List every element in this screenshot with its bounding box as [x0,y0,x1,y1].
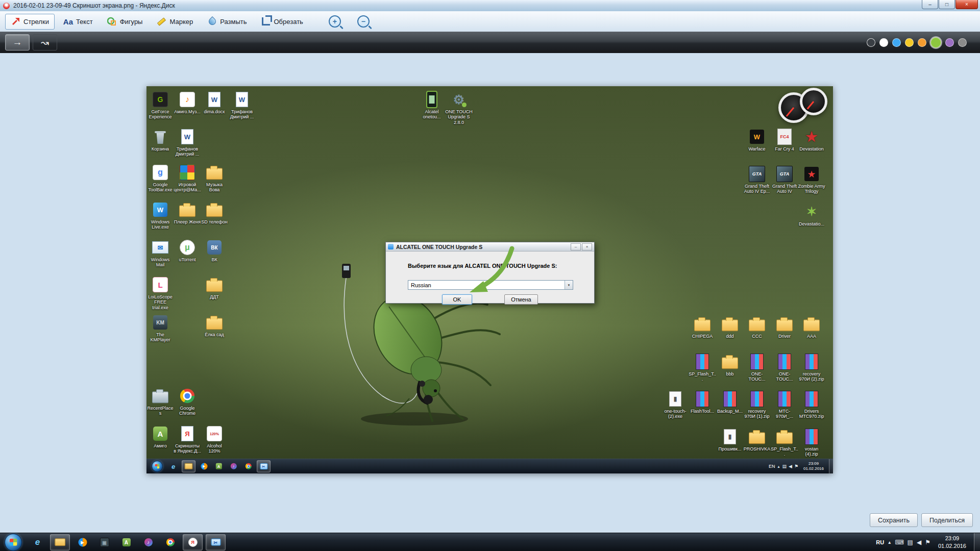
zoom-in-button[interactable]: + [323,12,347,31]
desktop-icon[interactable]: AAA [798,315,825,339]
desktop-icon[interactable]: ▮one-touch-(2).exe [662,390,689,419]
tool-shapes[interactable]: Фигуры [102,14,149,30]
desktop-icon[interactable]: ★Devastation [798,128,825,152]
desktop-icon[interactable]: PROSHIVKA [743,428,771,452]
desktop-icon[interactable]: Плеер Женя [174,201,201,224]
language-indicator[interactable]: RU [876,539,884,545]
color-dot-white[interactable] [879,38,888,47]
desktop-icon[interactable]: 120%Alcohol 120% [201,425,228,454]
desktop-icon[interactable]: SP_Flash_T... [771,428,798,457]
desktop-icon[interactable]: ♪Амиго.Муз... [174,91,201,114]
desktop-icon[interactable]: Driver [771,315,798,339]
desktop-icon[interactable]: Drivers MTC970.zip [798,390,825,419]
desktop-icon[interactable]: Игровой центр@Ма... [174,164,201,193]
tool-arrows[interactable]: Стрелки [5,14,55,30]
share-button[interactable]: Поделиться [921,513,973,527]
desktop-icon[interactable]: recovery 970И (2).zip [798,353,825,382]
desktop-icon[interactable]: ddd [716,315,744,339]
network-icon[interactable]: ⚑ [925,539,930,546]
language-select[interactable]: Russian ▼ [408,280,573,290]
clock[interactable]: 23:09 01.02.2016 [938,535,966,549]
ie-taskbar-button[interactable]: e [167,461,180,472]
clock[interactable]: 23:09 01.02.2016 [801,461,826,471]
show-desktop-button[interactable] [974,533,980,551]
itunes-taskbar-button[interactable]: ♪ [139,535,158,550]
desktop-icon[interactable]: FlashTool... [689,390,716,414]
desktop-icon[interactable]: CCC [743,315,771,339]
desktop-icon[interactable]: GTAGrand Theft Auto IV Ep... [743,165,771,194]
ok-button[interactable]: OK [442,294,472,305]
desktop-icon[interactable]: recovery 970И (1).zip [743,390,771,419]
volume-icon[interactable]: ◀ [789,464,792,469]
keyboard-icon[interactable]: ⌨ [895,539,903,546]
desktop-icon[interactable]: ONE-TOUC... [743,353,771,382]
desktop-icon[interactable]: WWindows Live.exe [146,201,174,230]
desktop-icon[interactable]: ✶Devastatio... [798,203,825,227]
network-icon[interactable]: ⚑ [794,464,798,469]
desktop-icon[interactable]: bbb [716,353,744,377]
color-dot-green[interactable] [930,37,941,48]
tool-marker[interactable]: Маркер [151,14,199,30]
desktop-icon[interactable]: SD телефон [201,201,228,224]
amigo-taskbar-button[interactable]: A [117,535,136,550]
desktop-icon[interactable]: CHIPEGA [689,315,716,339]
hidden-icons-button[interactable]: ▴ [777,464,779,469]
tool-crop[interactable]: Обрезать [256,14,309,30]
screenshot-canvas[interactable]: GGeForce Experience♪Амиго.Муз...Wdima.do… [146,86,833,473]
ie-taskbar-button[interactable]: e [28,535,47,550]
desktop-icon[interactable]: MTC-970И_... [771,390,798,419]
desktop-icon[interactable]: AАмиго [146,425,174,448]
hidden-icons-button[interactable]: ▴ [888,539,891,545]
desktop-icon[interactable]: WТрифанов Дмитрий ... [228,91,256,120]
start-button[interactable] [152,461,163,472]
display-icon[interactable]: ▤ [782,464,787,469]
desktop-icon[interactable]: ✉Windows Mail [146,239,174,268]
desktop-icon[interactable]: KMThe KMPlayer [146,314,174,343]
amigo-taskbar-button[interactable]: A [212,461,225,472]
minimize-button[interactable]: – [922,0,938,9]
color-dot-orange[interactable] [918,38,926,47]
desktop-icon[interactable]: Wdima.docx [201,91,228,114]
desktop-icon[interactable]: ВКВК [201,239,228,262]
desktop-icon[interactable]: µuTorrent [174,239,201,262]
desktop-icon[interactable]: GTAGrand Theft Auto IV [771,165,798,194]
desktop-icon[interactable]: ДДТ [201,276,228,299]
close-button[interactable]: × [955,0,978,9]
desktop-icon[interactable]: LLoiLoScope FREE trial.exe [146,276,174,310]
chrome-taskbar-button[interactable] [161,535,180,550]
language-indicator[interactable]: EN [769,464,775,469]
chevron-down-icon[interactable]: ▼ [565,281,573,289]
desktop-icon[interactable]: ★Zombie Army Trilogy [798,165,825,194]
desktop-icon[interactable]: RecentPlaces [146,387,174,416]
color-dot-gray[interactable] [958,38,967,47]
color-dot-none[interactable] [867,38,875,47]
save-button[interactable]: Сохранить [870,513,918,527]
display-icon[interactable]: ▤ [908,539,913,546]
desktop-icon[interactable]: SP_Flash_T... [689,353,716,382]
explorer-taskbar-button[interactable] [50,534,70,550]
desktop-icon[interactable]: ONE-TOUC... [771,353,798,382]
desktop-icon[interactable]: FC4Far Cry 4 [771,128,798,152]
dialog-titlebar[interactable]: ALCATEL ONE TOUCH Upgrade S – × [386,242,594,252]
desktop-icon[interactable]: ⚙ONE TOUCH Upgrade S 2.8.0 [445,91,473,125]
arrow-style-1[interactable]: → [5,34,30,51]
wmp-taskbar-button[interactable]: ▶ [73,535,92,550]
chrome-taskbar-button[interactable] [242,461,255,472]
tool-blur[interactable]: Размыть [202,14,252,30]
media-taskbar-button[interactable]: ▣ [95,535,114,550]
color-dot-purple[interactable] [945,38,954,47]
desktop-icon[interactable]: vostan (4).zip [798,428,825,457]
desktop-icon[interactable]: GGeForce Experience [146,91,174,120]
desktop-icon[interactable]: Alcatel onetou... [418,91,446,120]
desktop-icon[interactable]: WТрифанов Дмитрий ... [174,128,201,157]
dialog-close-button[interactable]: × [582,243,592,251]
itunes-taskbar-button[interactable]: ♪ [227,461,240,472]
desktop-icon[interactable]: Музыка Вова [201,164,228,193]
desktop-icon[interactable]: WWarface [743,128,771,152]
arrow-style-2[interactable]: ↝ [33,34,57,51]
desktop-icon[interactable]: Google Chrome [174,387,201,416]
show-desktop-button[interactable] [829,459,833,473]
zoom-out-button[interactable]: − [352,12,375,31]
desktop-icon[interactable]: gGoogle ToolBar.exe [146,164,174,193]
camera-taskbar-button[interactable]: ✂ [257,460,271,472]
